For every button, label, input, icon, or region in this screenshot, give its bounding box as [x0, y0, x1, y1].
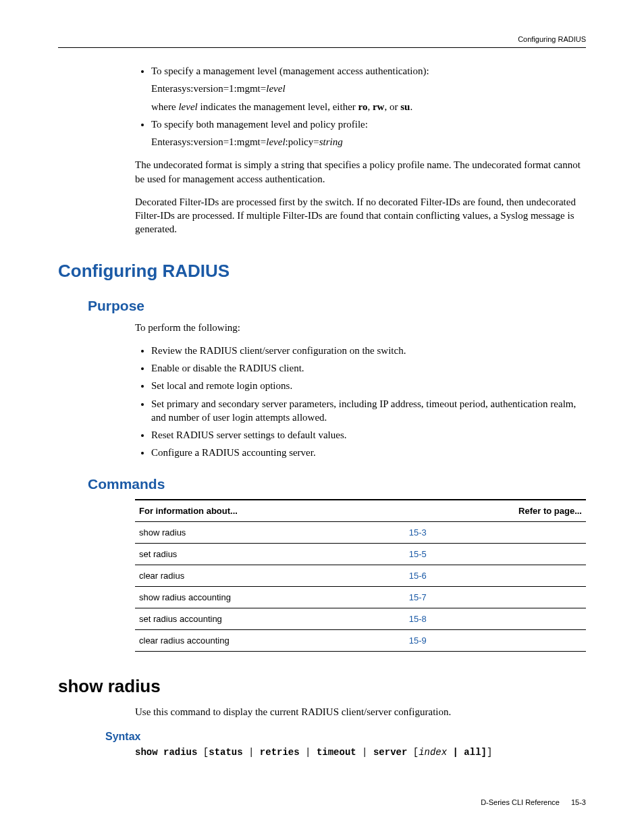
command-page-link[interactable]: 15-3: [405, 521, 586, 543]
command-name: clear radius accounting: [135, 629, 405, 651]
intro-para-2: Decorated Filter-IDs are processed first…: [135, 195, 586, 236]
command-page-link[interactable]: 15-8: [405, 608, 586, 629]
syntax-line: show radius [status | retries | timeout …: [135, 747, 586, 758]
heading-configuring-radius: Configuring RADIUS: [58, 261, 586, 282]
intro-bullet-2-lead: To specify both management level and pol…: [151, 119, 368, 130]
heading-commands: Commands: [88, 476, 586, 492]
syntax-p10: [: [413, 747, 419, 758]
syntax-p13: ]: [487, 747, 492, 758]
command-page-link[interactable]: 15-5: [405, 543, 586, 565]
purpose-item: Reset RADIUS server settings to default …: [151, 428, 586, 442]
command-name: set radius: [135, 543, 405, 565]
command-page-link[interactable]: 15-6: [405, 565, 586, 586]
purpose-item: Set primary and secondary server paramet…: [151, 397, 586, 425]
intro-b1-c2: , or: [384, 101, 400, 112]
running-header: Configuring RADIUS: [58, 35, 586, 48]
show-radius-desc: Use this command to display the current …: [135, 705, 586, 719]
commands-table: For information about... Refer to page..…: [135, 499, 586, 652]
footer-doc: D-Series CLI Reference: [481, 798, 560, 806]
purpose-item: Review the RADIUS client/server configur…: [151, 344, 586, 357]
table-row: show radius accounting15-7: [135, 586, 586, 608]
intro-b1-rw: rw: [373, 101, 385, 112]
intro-b2-syntax-prefix: Enterasys:version=1:mgmt=: [151, 136, 266, 147]
intro-b1-su: su: [400, 101, 410, 112]
command-page-link[interactable]: 15-7: [405, 586, 586, 608]
heading-purpose: Purpose: [88, 298, 586, 314]
table-row: clear radius15-6: [135, 565, 586, 586]
syntax-p12: | all]: [453, 747, 487, 758]
syntax-p7: timeout: [317, 747, 362, 758]
intro-bullet-1: To specify a management level (managemen…: [151, 64, 586, 113]
purpose-item: Set local and remote login options.: [151, 379, 586, 392]
page-footer: D-Series CLI Reference 15-3: [58, 798, 586, 806]
commands-col1: For information about...: [135, 500, 405, 522]
command-page-link[interactable]: 15-9: [405, 629, 586, 651]
intro-b1-desc-pre: where: [151, 101, 178, 112]
intro-b1-c1: ,: [367, 101, 373, 112]
syntax-p3: status: [209, 747, 248, 758]
table-row: clear radius accounting15-9: [135, 629, 586, 651]
table-row: set radius15-5: [135, 543, 586, 565]
commands-col2: Refer to page...: [405, 500, 586, 522]
intro-b1-syntax-level: level: [266, 83, 285, 94]
command-name: clear radius: [135, 565, 405, 586]
intro-b1-desc-mid: indicates the management level, either: [198, 101, 358, 112]
intro-b2-syntax-mid: :policy=: [286, 136, 319, 147]
command-name: show radius accounting: [135, 586, 405, 608]
syntax-p1: show radius: [135, 747, 203, 758]
running-header-text: Configuring RADIUS: [518, 35, 586, 43]
purpose-list: Review the RADIUS client/server configur…: [135, 344, 586, 460]
table-row: set radius accounting15-8: [135, 608, 586, 629]
intro-b2-syntax-i2: string: [319, 136, 343, 147]
intro-bullet-1-lead: To specify a management level (managemen…: [151, 66, 429, 76]
intro-b1-syntax-prefix: Enterasys:version=1:mgmt=: [151, 83, 266, 94]
purpose-lead: To perform the following:: [135, 321, 586, 334]
syntax-p2: [: [203, 747, 209, 758]
syntax-p11: index: [419, 747, 452, 758]
intro-para-1: The undecorated format is simply a strin…: [135, 158, 586, 186]
intro-b1-ro: ro: [358, 101, 368, 112]
intro-b1-desc-level: level: [178, 101, 197, 112]
syntax-p6: |: [305, 747, 317, 758]
intro-bullet-2: To specify both management level and pol…: [151, 118, 586, 149]
command-name: show radius: [135, 521, 405, 543]
intro-b2-syntax-i1: level: [266, 136, 285, 147]
purpose-item: Configure a RADIUS accounting server.: [151, 446, 586, 459]
intro-bullets: To specify a management level (managemen…: [135, 64, 586, 149]
syntax-p8: |: [362, 747, 373, 758]
footer-page: 15-3: [571, 798, 586, 806]
purpose-item: Enable or disable the RADIUS client.: [151, 361, 586, 375]
syntax-p9: server: [373, 747, 413, 758]
heading-show-radius: show radius: [58, 676, 586, 697]
syntax-p5: retries: [260, 747, 305, 758]
heading-syntax: Syntax: [105, 731, 586, 743]
table-row: show radius15-3: [135, 521, 586, 543]
intro-b1-period: .: [410, 101, 412, 112]
command-name: set radius accounting: [135, 608, 405, 629]
syntax-p4: |: [248, 747, 260, 758]
